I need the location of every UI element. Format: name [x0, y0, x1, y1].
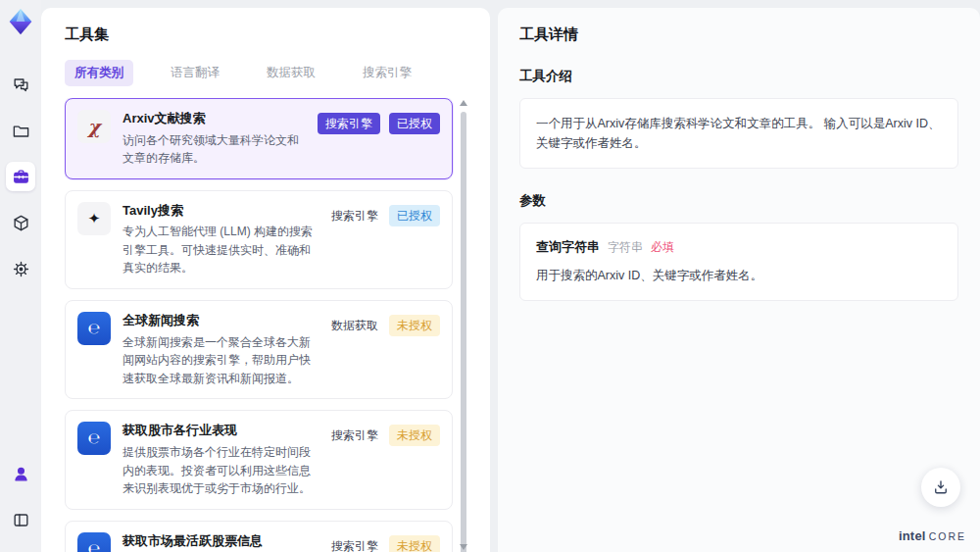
- tool-card[interactable]: ℮ 获取市场最活跃股票信息 提供当天交易量最高的股票列表，投资者可以利用这些信息…: [65, 521, 453, 552]
- tool-auth-badge: 未授权: [389, 315, 440, 336]
- tool-icon: ℮: [77, 532, 111, 552]
- tool-description: 专为人工智能代理 (LLM) 构建的搜索引擎工具。可快速提供实时、准确和真实的结…: [122, 223, 318, 277]
- user-icon: [12, 465, 30, 483]
- tool-category-badge: 搜索引擎: [318, 113, 380, 134]
- sidebar-item-chat[interactable]: [6, 70, 35, 99]
- sidebar-item-plugins[interactable]: [6, 208, 35, 237]
- panel-toggle-icon: [12, 511, 30, 529]
- scrollbar-thumb[interactable]: [461, 112, 466, 552]
- list-scrollbar[interactable]: [459, 98, 468, 552]
- tool-name: Tavily搜索: [122, 202, 318, 220]
- tool-card[interactable]: χ Arxiv文献搜索 访问各个研究领域大量科学论文和文章的存储库。 搜索引擎 …: [65, 98, 453, 179]
- tool-icon: ℮: [77, 312, 111, 345]
- tool-list: χ Arxiv文献搜索 访问各个研究领域大量科学论文和文章的存储库。 搜索引擎 …: [65, 98, 468, 552]
- chat-icon: [12, 75, 30, 94]
- tab-category[interactable]: 语言翻译: [161, 60, 229, 86]
- sidebar-item-files[interactable]: [6, 116, 35, 145]
- tool-detail-panel: 工具详情 工具介绍 一个用于从Arxiv存储库搜索科学论文和文章的工具。 输入可…: [498, 8, 980, 552]
- intel-core-logo: intelcore: [899, 528, 966, 543]
- params-heading: 参数: [519, 192, 958, 210]
- params-list: 查询字符串字符串必填用于搜索的Arxiv ID、关键字或作者姓名。: [519, 223, 958, 301]
- tool-description: 全球新闻搜索是一个聚合全球各大新闻网站内容的搜索引擎，帮助用户快速获取全球最新资…: [122, 333, 318, 388]
- tool-category-badge: 搜索引擎: [329, 425, 380, 446]
- sidebar-item-settings[interactable]: [6, 254, 35, 283]
- tool-name: 获取股市各行业表现: [122, 422, 318, 439]
- page-title: 工具集: [65, 25, 468, 44]
- tool-auth-badge: 已授权: [389, 113, 440, 134]
- sidebar-collapse-button[interactable]: [6, 505, 35, 534]
- param-description: 用于搜索的Arxiv ID、关键字或作者姓名。: [536, 267, 942, 285]
- tool-auth-badge: 未授权: [389, 425, 440, 446]
- global-news-logo: ℮: [88, 320, 101, 337]
- tool-category-badge: 数据获取: [329, 315, 380, 336]
- param-name: 查询字符串: [536, 238, 600, 256]
- tool-icon: ℮: [77, 422, 111, 455]
- sidebar-item-tools[interactable]: [6, 162, 35, 191]
- tool-name: Arxiv文献搜索: [122, 110, 306, 127]
- param-type: 字符串: [608, 239, 643, 256]
- tool-card[interactable]: ✦ Tavily搜索 专为人工智能代理 (LLM) 构建的搜索引擎工具。可快速提…: [65, 190, 453, 289]
- scroll-up-icon[interactable]: [460, 100, 467, 106]
- stock-logo: ℮: [88, 540, 101, 552]
- tavily-logo: ✦: [88, 210, 101, 227]
- download-button[interactable]: [921, 468, 960, 507]
- folder-icon: [12, 122, 30, 140]
- tab-category[interactable]: 搜索引擎: [353, 60, 421, 86]
- icon-rail: [0, 0, 41, 552]
- tool-icon: ✦: [77, 202, 111, 235]
- sidebar-item-account[interactable]: [6, 459, 35, 488]
- tool-category-badge: 搜索引擎: [329, 535, 380, 552]
- tool-auth-badge: 已授权: [389, 205, 440, 226]
- download-icon: [932, 478, 950, 496]
- tool-category-badge: 搜索引擎: [329, 205, 380, 226]
- tool-auth-badge: 未授权: [389, 535, 440, 552]
- tool-card[interactable]: ℮ 获取股市各行业表现 提供股票市场各个行业在特定时间段内的表现。投资者可以利用…: [65, 410, 453, 509]
- package-icon: [12, 214, 30, 232]
- intro-heading: 工具介绍: [519, 68, 958, 85]
- app-window: 工具集 所有类别语言翻译数据获取搜索引擎 χ Arxiv文献搜索 访问各个研究领…: [0, 0, 980, 552]
- toolbox-icon: [12, 168, 30, 186]
- scroll-down-icon[interactable]: [460, 544, 467, 550]
- tab-active-category[interactable]: 所有类别: [65, 60, 133, 86]
- arxiv-logo: χ: [88, 116, 101, 137]
- tool-intro-text: 一个用于从Arxiv存储库搜索科学论文和文章的工具。 输入可以是Arxiv ID…: [536, 114, 942, 153]
- category-tabs: 所有类别语言翻译数据获取搜索引擎: [65, 60, 468, 86]
- tab-category[interactable]: 数据获取: [257, 60, 325, 86]
- settings-icon: [12, 260, 30, 278]
- tool-description: 访问各个研究领域大量科学论文和文章的存储库。: [122, 131, 306, 168]
- tool-description: 提供股票市场各个行业在特定时间段内的表现。投资者可以利用这些信息来识别表现优于或…: [122, 443, 318, 498]
- tool-list-panel: 工具集 所有类别语言翻译数据获取搜索引擎 χ Arxiv文献搜索 访问各个研究领…: [41, 8, 490, 552]
- tool-icon: χ: [77, 110, 111, 143]
- tool-name: 获取市场最活跃股票信息: [122, 532, 318, 550]
- stock-logo: ℮: [88, 429, 101, 447]
- app-logo-icon: [7, 7, 34, 36]
- detail-title: 工具详情: [519, 25, 958, 44]
- tool-card[interactable]: ℮ 全球新闻搜索 全球新闻搜索是一个聚合全球各大新闻网站内容的搜索引擎，帮助用户…: [65, 300, 453, 399]
- param-required-badge: 必填: [651, 239, 674, 256]
- tool-name: 全球新闻搜索: [122, 312, 318, 329]
- param-card: 查询字符串字符串必填用于搜索的Arxiv ID、关键字或作者姓名。: [519, 223, 958, 301]
